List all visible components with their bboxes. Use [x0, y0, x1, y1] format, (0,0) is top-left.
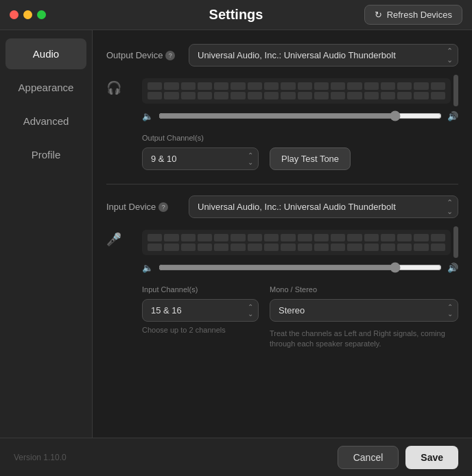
- input-volume-row: 🔈 🔊: [142, 262, 458, 273]
- sidebar-item-profile[interactable]: Profile: [5, 139, 86, 170]
- input-vis-grid: [142, 230, 451, 255]
- output-channel-vis: 🔈 🔊: [142, 75, 458, 128]
- test-tone-label: Play Test Tone: [281, 154, 339, 164]
- footer: Version 1.10.0 Cancel Save: [0, 438, 472, 476]
- vis-cell: [148, 82, 162, 90]
- sidebar-item-audio[interactable]: Audio: [5, 38, 86, 69]
- headphone-icon-area: 🎧: [106, 75, 134, 95]
- output-section: Output Device ? Universal Audio, Inc.: U…: [106, 44, 458, 170]
- sidebar-audio-label: Audio: [33, 48, 59, 60]
- minimize-button[interactable]: [23, 10, 32, 19]
- input-device-label: Input Device ?: [106, 202, 182, 212]
- input-volume-low-icon: 🔈: [142, 263, 153, 273]
- footer-buttons: Cancel Save: [338, 446, 458, 469]
- sidebar-advanced-label: Advanced: [23, 115, 69, 127]
- input-device-row: Input Device ? Universal Audio, Inc.: Un…: [106, 195, 458, 218]
- input-vis-scrollbar[interactable]: [453, 226, 458, 258]
- output-device-row: Output Device ? Universal Audio, Inc.: U…: [106, 44, 458, 67]
- input-device-select[interactable]: Universal Audio, Inc.: Universal Audio T…: [189, 195, 458, 218]
- mic-icon-area: 🎤: [106, 226, 134, 247]
- output-vis-scrollbar[interactable]: [453, 75, 458, 106]
- refresh-btn-label: Refresh Devices: [387, 10, 452, 20]
- main-layout: Audio Appearance Advanced Profile Output…: [0, 30, 472, 438]
- play-test-tone-button[interactable]: Play Test Tone: [270, 147, 351, 170]
- cancel-button[interactable]: Cancel: [338, 446, 399, 469]
- output-vis-container: [142, 75, 458, 106]
- headphone-icon: 🎧: [106, 80, 121, 95]
- sidebar-item-appearance[interactable]: Appearance: [5, 72, 86, 103]
- sidebar-appearance-label: Appearance: [19, 82, 74, 93]
- maximize-button[interactable]: [37, 10, 46, 19]
- cancel-label: Cancel: [353, 452, 384, 463]
- stereo-label: Mono / Stereo: [270, 285, 458, 294]
- output-vis-grid: [142, 78, 451, 104]
- input-vis-container: [142, 226, 458, 258]
- output-channel-label: Output Channel(s): [142, 134, 259, 142]
- input-channel-vis: 🔈 🔊: [142, 226, 458, 280]
- output-device-select-wrap: Universal Audio, Inc.: Universal Audio T…: [189, 44, 458, 67]
- sidebar-item-advanced[interactable]: Advanced: [5, 106, 86, 136]
- stereo-select[interactable]: Stereo: [270, 299, 458, 322]
- input-channel-select[interactable]: 15 & 16: [142, 299, 259, 322]
- close-button[interactable]: [10, 10, 19, 19]
- volume-low-icon: 🔈: [142, 111, 153, 121]
- version-text: Version 1.10.0: [14, 453, 67, 462]
- input-device-select-wrap: Universal Audio, Inc.: Universal Audio T…: [189, 195, 458, 218]
- input-volume-high-icon: 🔊: [447, 263, 458, 273]
- input-channel-select-wrap: 15 & 16 ⌃⌄: [142, 299, 259, 322]
- input-channel-hint: Choose up to 2 channels: [142, 326, 259, 334]
- main-content: Output Device ? Universal Audio, Inc.: U…: [93, 30, 472, 438]
- input-section: Input Device ? Universal Audio, Inc.: Un…: [106, 195, 458, 350]
- volume-high-icon: 🔊: [447, 111, 458, 121]
- refresh-devices-button[interactable]: ↻ Refresh Devices: [364, 5, 462, 25]
- refresh-icon: ↻: [375, 10, 382, 20]
- input-volume-slider[interactable]: [158, 262, 442, 273]
- output-channel-select-wrap: 9 & 10 ⌃⌄: [142, 147, 259, 170]
- page-title: Settings: [209, 7, 263, 23]
- stereo-hint: Treat the channels as Left and Right sig…: [270, 329, 458, 350]
- sidebar-profile-label: Profile: [32, 149, 61, 160]
- output-device-select[interactable]: Universal Audio, Inc.: Universal Audio T…: [189, 44, 458, 67]
- output-channel-select[interactable]: 9 & 10: [142, 147, 259, 170]
- output-help-icon[interactable]: ?: [165, 51, 175, 60]
- save-label: Save: [421, 452, 443, 463]
- mic-icon: 🎤: [106, 232, 121, 247]
- section-divider: [106, 184, 458, 185]
- output-volume-row: 🔈 🔊: [142, 110, 458, 121]
- save-button[interactable]: Save: [405, 446, 458, 469]
- output-volume-slider[interactable]: [158, 110, 442, 121]
- stereo-select-wrap: Stereo ⌃⌄: [270, 299, 458, 322]
- input-help-icon[interactable]: ?: [158, 202, 168, 212]
- traffic-lights: [10, 10, 46, 19]
- output-device-label: Output Device ?: [106, 50, 182, 60]
- title-bar: Settings ↻ Refresh Devices: [0, 0, 472, 30]
- input-channel-label: Input Channel(s): [142, 285, 259, 294]
- sidebar: Audio Appearance Advanced Profile: [0, 30, 93, 438]
